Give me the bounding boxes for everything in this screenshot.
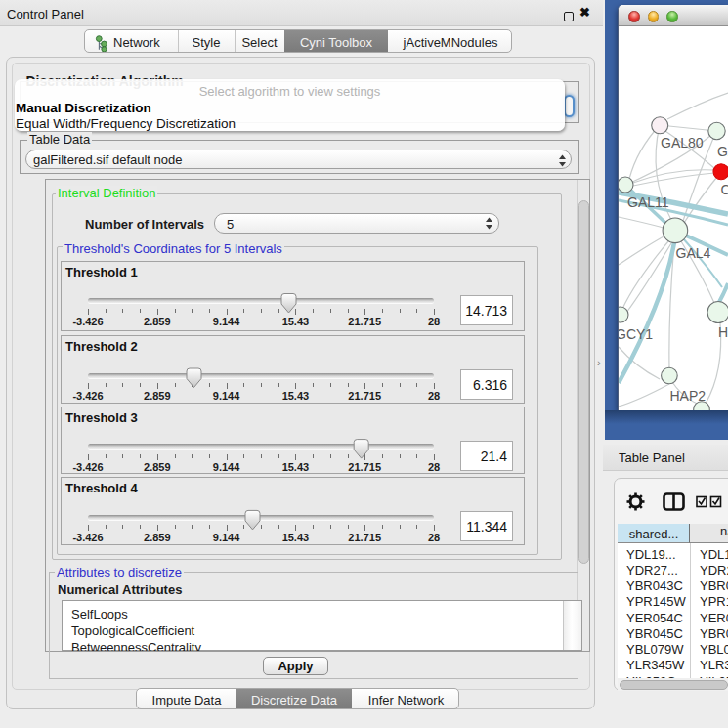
- svg-text:CD: CD: [721, 182, 728, 197]
- svg-text:HI: HI: [718, 324, 728, 340]
- svg-text:HAP2: HAP2: [670, 388, 707, 404]
- svg-text:GAL80: GAL80: [661, 135, 704, 150]
- svg-text:GA: GA: [717, 144, 728, 159]
- svg-text:GCY1: GCY1: [619, 326, 653, 342]
- svg-text:GAL4: GAL4: [676, 245, 711, 261]
- svg-text:GAL11: GAL11: [627, 194, 669, 210]
